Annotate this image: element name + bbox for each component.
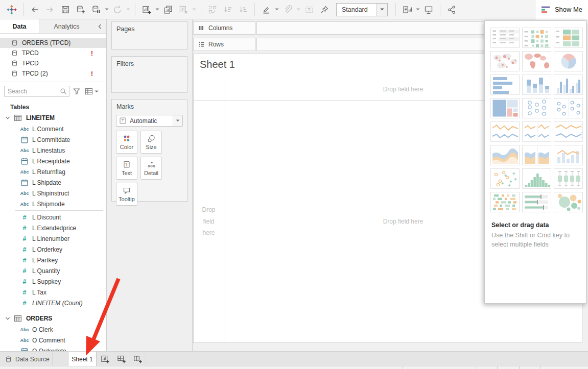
marks-buttons: ColorSizeTTextDetailTooltip (112, 130, 187, 207)
showme-side-by-side-circles[interactable] (554, 98, 583, 118)
field-item[interactable]: #L Quantity (0, 265, 106, 276)
data-source-tab[interactable]: Data Source (0, 352, 53, 366)
field-item[interactable]: #L Suppkey (0, 276, 106, 287)
showme-continuous-area[interactable] (490, 145, 520, 165)
showme-pie-chart[interactable] (554, 51, 583, 71)
field-item[interactable]: #L Discount (0, 212, 106, 223)
field-item[interactable]: #L Orderkey (0, 244, 106, 255)
toolbar-show-mark-labels-button[interactable] (399, 3, 415, 17)
chevron-down-icon[interactable] (415, 3, 421, 17)
show-me-button[interactable]: Show Me (535, 0, 588, 19)
field-item[interactable]: O Orderdate (0, 346, 106, 351)
chevron-down-icon[interactable] (104, 3, 110, 17)
field-item[interactable]: AbcO Comment (0, 335, 106, 346)
chevron-left-icon (97, 23, 103, 30)
data-source-item[interactable]: ORDERS (TPCD) (0, 38, 106, 48)
search-input[interactable] (5, 88, 58, 95)
field-item[interactable]: L Receiptdate (0, 156, 106, 166)
toolbar-new-worksheet-button[interactable] (139, 3, 154, 17)
showme-discrete-lines[interactable] (522, 121, 551, 142)
filters-shelf[interactable]: Filters (111, 56, 187, 93)
toolbar-save-button[interactable] (58, 3, 73, 17)
field-item[interactable]: #LINEITEM (Count) (0, 298, 106, 308)
show-me-grid (485, 21, 586, 212)
new-dashboard-button[interactable] (113, 352, 129, 366)
field-item[interactable]: AbcL Shipinstruct (0, 188, 106, 199)
toolbar-tableau-logo-button[interactable] (4, 3, 19, 17)
showme-box-and-whisker[interactable] (554, 168, 583, 189)
showme-discrete-area[interactable] (522, 145, 551, 165)
showme-continuous-lines[interactable] (490, 121, 520, 142)
view-options-button[interactable] (84, 86, 99, 97)
tab-analytics[interactable]: Analytics (39, 19, 94, 33)
showme-stacked-bars[interactable] (522, 75, 551, 95)
showme-highlight-table[interactable] (554, 28, 583, 48)
field-item[interactable]: L Shipdate (0, 177, 106, 188)
pause-auto-updates-icon (91, 5, 101, 15)
marks-detail-button[interactable]: Detail (140, 157, 162, 180)
tab-data[interactable]: Data (0, 19, 39, 33)
toolbar-new-data-source-button[interactable] (73, 3, 88, 17)
showme-heat-map[interactable] (522, 28, 551, 48)
pages-shelf[interactable]: Pages (111, 21, 187, 50)
field-item[interactable]: AbcL Returnflag (0, 166, 106, 177)
table-header-lineitem[interactable]: LINEITEM (0, 112, 106, 124)
field-item[interactable]: AbcL Comment (0, 124, 106, 134)
field-item[interactable]: AbcL Linestatus (0, 145, 106, 156)
toolbar-undo-button[interactable] (27, 3, 42, 17)
data-source-item[interactable]: TPCD (0, 58, 106, 68)
showme-bullet-graph[interactable] (522, 192, 551, 212)
new-worksheet-button[interactable] (97, 352, 113, 366)
table-header-orders[interactable]: ORDERS (0, 313, 106, 324)
showme-histogram[interactable] (522, 168, 551, 189)
showme-dual-combination[interactable] (554, 145, 583, 165)
showme-symbol-map[interactable] (490, 51, 520, 71)
data-source-item[interactable]: TPCD (2)! (0, 68, 106, 79)
showme-horizontal-bars[interactable] (490, 75, 520, 95)
field-item[interactable]: #L Tax (0, 287, 106, 298)
showme-circle-views[interactable] (522, 98, 551, 118)
sheet1-tab[interactable]: Sheet 1 (68, 352, 97, 366)
data-source-item[interactable]: TPCD! (0, 48, 106, 58)
rows-icon (198, 41, 204, 48)
view-size-select[interactable]: Standard (336, 3, 388, 16)
showme-scatter-plot[interactable] (490, 168, 520, 189)
toolbar-highlight-button[interactable] (258, 3, 274, 17)
filter-fields-button[interactable] (71, 86, 82, 97)
new-story-button[interactable] (129, 352, 146, 366)
chevron-down-icon[interactable] (4, 316, 11, 321)
showme-dual-lines[interactable] (554, 121, 583, 142)
mark-type-dropdown[interactable]: Automatic (116, 115, 183, 127)
showme-treemap[interactable] (490, 98, 520, 118)
field-label: L Linenumber (32, 235, 69, 242)
marks-text-button[interactable]: TText (116, 157, 137, 180)
marks-tooltip-button[interactable]: Tooltip (116, 183, 137, 206)
field-item[interactable]: #L Partkey (0, 255, 106, 265)
toolbar-presentation-mode-button[interactable] (421, 3, 436, 17)
field-item[interactable]: L Commitdate (0, 134, 106, 145)
field-item[interactable]: AbcL Shipmode (0, 199, 106, 209)
showme-packed-bubbles[interactable] (554, 192, 583, 212)
showme-gantt[interactable] (490, 192, 520, 212)
table-icon (13, 314, 22, 323)
marks-color-button[interactable]: Color (116, 131, 137, 154)
field-item[interactable]: #L Extendedprice (0, 223, 106, 233)
showme-text-table[interactable] (490, 28, 520, 48)
field-item[interactable]: AbcO Clerk (0, 324, 106, 335)
marks-size-button[interactable]: Size (140, 131, 162, 154)
showme-filled-map[interactable] (522, 51, 551, 71)
run-update-icon (112, 5, 123, 15)
toolbar-sort-ascending-button (220, 3, 236, 17)
collapse-pane-button[interactable] (94, 19, 106, 33)
field-item[interactable]: #L Linenumber (0, 233, 106, 244)
toolbar-share-button[interactable] (444, 3, 459, 17)
toolbar-duplicate-button[interactable] (160, 3, 176, 17)
hash-icon: # (18, 267, 31, 275)
toolbar-fix-axes-button[interactable] (317, 3, 332, 17)
chevron-down-icon[interactable] (154, 3, 160, 17)
showme-side-by-side-bars[interactable] (554, 75, 583, 95)
chevron-down-icon[interactable] (4, 115, 11, 120)
drop-zone-rows[interactable]: Drop field here (194, 101, 224, 342)
chevron-down-icon[interactable] (274, 3, 280, 17)
toolbar-pause-auto-updates-button[interactable] (88, 3, 104, 17)
